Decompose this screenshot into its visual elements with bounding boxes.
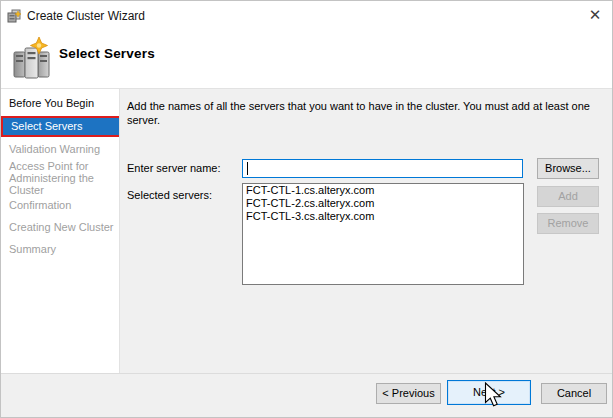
wizard-steps-sidebar: Before You Begin Select Servers Validati… (1, 89, 119, 373)
step-before-you-begin: Before You Begin (9, 97, 94, 109)
app-cluster-icon (6, 8, 22, 24)
selected-servers-listbox[interactable]: FCT-CTL-1.cs.alteryx.com FCT-CTL-2.cs.al… (242, 183, 524, 285)
wizard-button-bar: < Previous Next > Cancel (1, 373, 612, 417)
wizard-page-content: Add the names of all the servers that yo… (120, 89, 612, 375)
instruction-text: Add the names of all the servers that yo… (127, 99, 613, 127)
browse-button[interactable]: Browse... (537, 158, 599, 179)
previous-button[interactable]: < Previous (376, 383, 441, 404)
step-summary: Summary (9, 243, 56, 255)
cancel-button[interactable]: Cancel (541, 383, 607, 404)
server-name-label: Enter server name: (127, 162, 221, 174)
mouse-cursor-icon (484, 382, 503, 409)
window-title: Create Cluster Wizard (27, 9, 145, 23)
step-select-servers-active: Select Servers (3, 118, 125, 135)
server-list-item[interactable]: FCT-CTL-1.cs.alteryx.com (243, 184, 523, 197)
server-name-input[interactable] (242, 159, 523, 178)
add-button[interactable]: Add (537, 186, 599, 207)
selected-servers-label: Selected servers: (127, 189, 212, 201)
create-cluster-wizard-dialog: Create Cluster Wizard ✕ (0, 0, 613, 418)
server-list-item[interactable]: FCT-CTL-2.cs.alteryx.com (243, 197, 523, 210)
server-list-item[interactable]: FCT-CTL-3.cs.alteryx.com (243, 210, 523, 223)
close-icon[interactable]: ✕ (584, 4, 606, 26)
step-validation-warning: Validation Warning (9, 143, 100, 155)
remove-button[interactable]: Remove (537, 213, 599, 234)
banner: Select Servers (1, 31, 612, 88)
step-access-point: Access Point for Administering the Clust… (9, 160, 107, 196)
annotation-highlight-box: Select Servers (1, 116, 127, 137)
text-caret (247, 162, 248, 175)
titlebar: Create Cluster Wizard ✕ (1, 1, 612, 31)
server-cluster-icon (11, 36, 53, 80)
step-confirmation: Confirmation (9, 199, 71, 211)
page-title: Select Servers (59, 46, 155, 61)
step-creating-new-cluster: Creating New Cluster (9, 221, 114, 233)
